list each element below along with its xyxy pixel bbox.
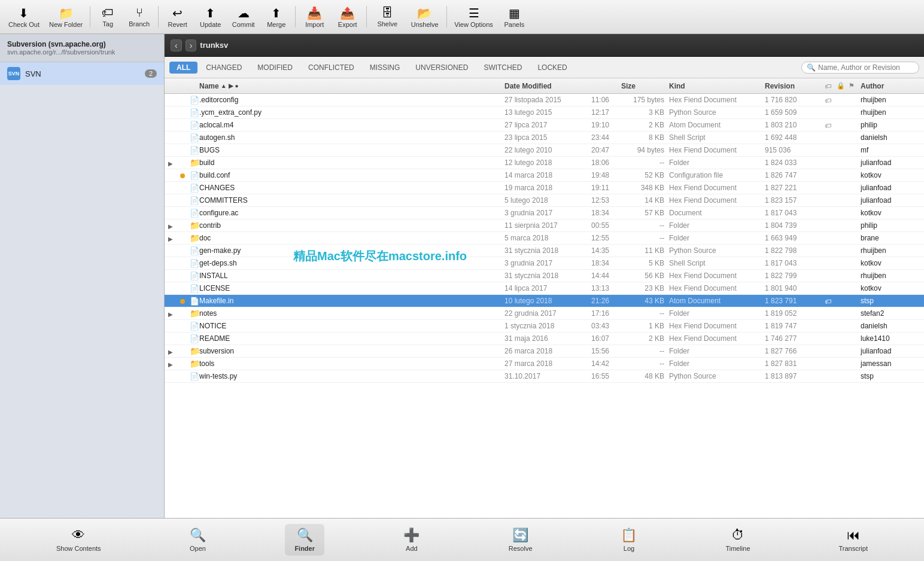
show-contents-button[interactable]: 👁 Show Contents	[47, 524, 111, 556]
table-row[interactable]: 📄 gen-make.py 31 stycznia 2018 14:35 11 …	[165, 245, 924, 257]
status-badge	[180, 299, 185, 304]
name-cell: win-tests.py	[199, 372, 504, 380]
expand-arrow[interactable]: ▶	[168, 311, 173, 318]
checkout-button[interactable]: ⬇ Check Out	[4, 4, 44, 31]
table-row[interactable]: ▶ 📁 doc 5 marca 2018 12:55 -- Folder 1 6…	[165, 232, 924, 245]
table-row[interactable]: ▶ 📁 subversion 26 marca 2018 15:56 -- Fo…	[165, 345, 924, 358]
open-button[interactable]: 🔍 Open	[180, 524, 215, 556]
show-contents-icon: 👁	[72, 528, 85, 543]
table-row[interactable]: 📄 COMMITTERS 5 lutego 2018 12:53 14 KB H…	[165, 194, 924, 207]
filter-search-box: 🔍	[801, 62, 919, 74]
kind-cell: Atom Document	[669, 121, 765, 129]
finder-button[interactable]: 🔍 Finder	[285, 524, 324, 556]
tag-button[interactable]: 🏷 Tag	[93, 4, 123, 30]
table-row[interactable]: 📄 NOTICE 1 stycznia 2018 03:43 1 KB Hex …	[165, 320, 924, 333]
commit-button[interactable]: ☁ Commit	[227, 4, 260, 31]
time-cell: 21:26	[591, 297, 621, 305]
resolve-icon: 🔄	[512, 528, 528, 543]
export-button[interactable]: 📤 Export	[331, 4, 364, 31]
table-row[interactable]: 📄 get-deps.sh 3 grudnia 2017 18:34 5 KB …	[165, 257, 924, 270]
table-row[interactable]: 📄 build.conf 14 marca 2018 19:48 52 KB C…	[165, 169, 924, 182]
tab-changed[interactable]: CHANGED	[199, 62, 249, 74]
table-row[interactable]: 📄 CHANGES 19 marca 2018 19:11 348 KB Hex…	[165, 182, 924, 194]
col-author-header[interactable]: Author	[861, 82, 920, 90]
col-revision-header[interactable]: Revision	[765, 82, 825, 90]
icon-col: 📄	[190, 297, 199, 306]
timeline-button[interactable]: ⏱ Timeline	[716, 524, 759, 556]
path-forward-button[interactable]: ›	[186, 39, 197, 51]
expand-arrow[interactable]: ▶	[168, 160, 173, 167]
table-row[interactable]: 📄 win-tests.py 31.10.2017 16:55 48 KB Py…	[165, 370, 924, 383]
col-flag-icon-header: ⚑	[849, 82, 861, 90]
size-cell: 57 KB	[621, 209, 669, 217]
col-date-header[interactable]: Date Modified	[504, 82, 591, 90]
table-row[interactable]: 📄 README 31 maja 2016 16:07 2 KB Hex Fie…	[165, 333, 924, 345]
expand-arrow[interactable]: ▶	[168, 349, 173, 355]
panels-button[interactable]: ▦ Panels	[498, 4, 531, 31]
expand-col[interactable]: ▶	[168, 359, 180, 368]
log-button[interactable]: 📋 Log	[611, 524, 646, 556]
branch-button[interactable]: ⑂ Branch	[123, 4, 156, 30]
table-row[interactable]: ▶ 📁 build 12 lutego 2018 18:06 -- Folder…	[165, 157, 924, 169]
table-row[interactable]: 📄 BUGS 22 lutego 2010 20:47 94 bytes Hex…	[165, 144, 924, 157]
svn-icon: SVN	[7, 67, 20, 80]
col-kind-header[interactable]: Kind	[669, 82, 765, 90]
tab-locked[interactable]: LOCKED	[530, 62, 574, 74]
search-input[interactable]	[818, 63, 914, 72]
kind-cell: Document	[669, 209, 765, 217]
table-row[interactable]: 📄 configure.ac 3 grudnia 2017 18:34 57 K…	[165, 207, 924, 219]
expand-arrow[interactable]: ▶	[168, 361, 173, 368]
table-row[interactable]: 📄 LICENSE 14 lipca 2017 13:13 23 KB Hex …	[165, 282, 924, 295]
sidebar-item-svn[interactable]: SVN SVN 2	[0, 62, 164, 85]
transcript-button[interactable]: ⏮ Transcript	[829, 524, 877, 556]
table-row[interactable]: 📄 aclocal.m4 27 lipca 2017 19:10 2 KB At…	[165, 119, 924, 132]
tab-switched[interactable]: SWITCHED	[476, 62, 529, 74]
shelve-button[interactable]: 🗄 Shelve	[369, 4, 405, 30]
status-col	[180, 171, 190, 180]
table-row[interactable]: ▶ 📁 tools 27 marca 2018 14:42 -- Folder …	[165, 358, 924, 370]
date-cell: 31 stycznia 2018	[504, 246, 591, 255]
revert-button[interactable]: ↩ Revert	[161, 4, 194, 31]
col-size-header[interactable]: Size	[621, 82, 669, 90]
merge-button[interactable]: ⬆ Merge	[260, 4, 293, 31]
shelve-icon: 🗄	[381, 6, 393, 20]
tab-missing[interactable]: MISSING	[363, 62, 408, 74]
table-row[interactable]: 📄 autogen.sh 23 lipca 2015 23:44 8 KB Sh…	[165, 132, 924, 144]
add-button[interactable]: ➕ Add	[394, 524, 430, 556]
table-row[interactable]: 📄 .editorconfig 27 listopada 2015 11:06 …	[165, 94, 924, 106]
tab-conflicted[interactable]: CONFLICTED	[301, 62, 361, 74]
tag-icon: 🏷	[102, 6, 114, 20]
svn-badge: 2	[145, 69, 157, 78]
import-button[interactable]: 📥 Import	[298, 4, 331, 31]
new-folder-button[interactable]: 📁 New Folder	[44, 4, 87, 31]
tab-unversioned[interactable]: UNVERSIONED	[408, 62, 475, 74]
tab-modified[interactable]: MODIFIED	[250, 62, 300, 74]
expand-col[interactable]: ▶	[168, 309, 180, 318]
author-cell: luke1410	[861, 334, 920, 343]
expand-arrow[interactable]: ▶	[168, 223, 173, 230]
date-cell: 27 listopada 2015	[504, 96, 591, 104]
col-name-header[interactable]: Name ▲ ▶ ●	[199, 82, 504, 90]
size-cell: 2 KB	[621, 334, 669, 343]
expand-arrow[interactable]: ▶	[168, 236, 173, 242]
tag-col: 🏷	[825, 297, 837, 306]
table-row[interactable]: ▶ 📁 notes 22 grudnia 2017 17:16 -- Folde…	[165, 307, 924, 320]
resolve-button[interactable]: 🔄 Resolve	[499, 524, 542, 556]
unshelve-button[interactable]: 📂 Unshelve	[405, 4, 444, 31]
expand-col[interactable]: ▶	[168, 158, 180, 167]
path-back-button[interactable]: ‹	[171, 39, 182, 51]
expand-col[interactable]: ▶	[168, 221, 180, 230]
table-row[interactable]: 📄 .ycm_extra_conf.py 13 lutego 2015 12:1…	[165, 106, 924, 119]
kind-cell: Hex Fiend Document	[669, 96, 765, 104]
view-options-button[interactable]: ☰ View Options	[449, 4, 498, 31]
expand-col[interactable]: ▶	[168, 347, 180, 356]
expand-col[interactable]: ▶	[168, 234, 180, 243]
add-icon: ➕	[403, 528, 420, 543]
tab-all[interactable]: ALL	[169, 62, 197, 74]
table-row[interactable]: 📄 Makefile.in 10 lutego 2018 21:26 43 KB…	[165, 295, 924, 307]
table-row[interactable]: ▶ 📁 contrib 11 sierpnia 2017 00:55 -- Fo…	[165, 219, 924, 232]
size-cell: 11 KB	[621, 246, 669, 255]
update-button[interactable]: ⬆ Update	[194, 4, 227, 31]
table-row[interactable]: 📄 INSTALL 31 stycznia 2018 14:44 56 KB H…	[165, 270, 924, 282]
date-cell: 3 grudnia 2017	[504, 209, 591, 217]
